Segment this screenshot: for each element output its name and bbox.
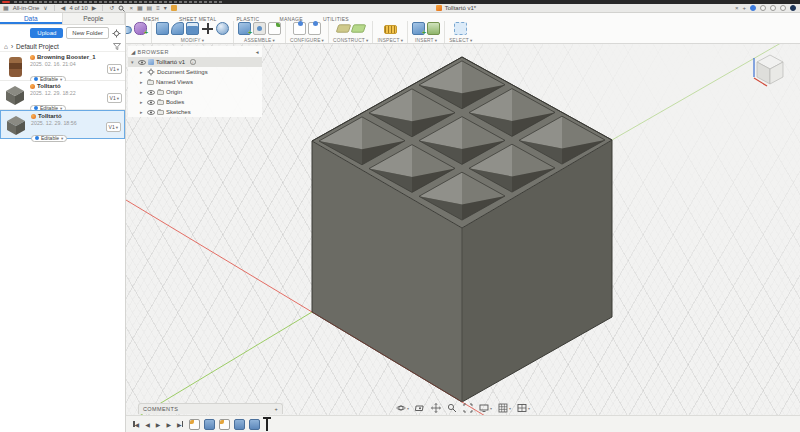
grid-view-icon[interactable]: ▦ — [137, 5, 143, 11]
configuration-table-icon[interactable] — [308, 22, 321, 35]
capture-tool-label[interactable]: All-in-One — [13, 5, 40, 11]
browser-node-document-settings[interactable]: ▸ Document Settings — [128, 67, 262, 77]
data-panel-tab-data[interactable]: Data — [0, 13, 63, 24]
visibility-eye-icon[interactable] — [138, 60, 146, 65]
timeline-step-back-button[interactable]: ◀ — [143, 421, 152, 428]
measure-icon[interactable] — [384, 25, 397, 34]
expand-icon[interactable]: ▸ — [140, 79, 145, 85]
group-select-label[interactable]: SELECT▾ — [449, 38, 472, 43]
zoom-tool[interactable] — [447, 403, 457, 413]
version-button[interactable]: V1▾ — [107, 64, 122, 74]
fit-tool[interactable] — [463, 403, 473, 413]
fillet-icon[interactable] — [171, 22, 184, 35]
comments-bar[interactable]: COMMENTS + — [138, 403, 283, 414]
joint-icon[interactable] — [253, 22, 266, 35]
group-modify-label[interactable]: MODIFY▾ — [181, 38, 204, 43]
group-configure-label[interactable]: CONFIGURE▾ — [290, 38, 324, 43]
info-icon[interactable]: i — [190, 59, 196, 65]
document-title[interactable]: Tolltartó v1* — [445, 5, 476, 11]
tab-close-icon[interactable]: × — [735, 5, 739, 11]
orbit-tool[interactable]: ▾ — [396, 403, 409, 413]
version-button[interactable]: V1▾ — [107, 93, 122, 103]
new-tab-icon[interactable]: + — [742, 5, 746, 11]
breadcrumb-project[interactable]: Default Project — [16, 43, 59, 50]
press-pull-icon[interactable] — [156, 22, 169, 35]
new-folder-button[interactable]: New Folder — [66, 27, 109, 39]
view-cube[interactable] — [748, 48, 792, 92]
timeline-step-forward-button[interactable]: ▶ — [164, 421, 173, 428]
project-item[interactable]: Browning Booster_1 2025. 02. 16. 21:04 E… — [0, 52, 125, 81]
upload-button[interactable]: Upload — [30, 28, 63, 38]
profile-avatar[interactable] — [790, 5, 796, 11]
viewports-settings[interactable]: ▾ — [517, 403, 530, 413]
data-panel-tab-people[interactable]: People — [63, 13, 126, 24]
expand-icon[interactable]: ▸ — [140, 109, 145, 115]
filter-icon[interactable] — [113, 43, 121, 50]
viewport[interactable]: ◢ BROWSER ◂ ▾ Tolltartó v1 i ▸ Document … — [126, 44, 800, 432]
browser-node-sketches[interactable]: ▸ Sketches — [128, 107, 262, 117]
canvas-icon[interactable] — [427, 22, 440, 35]
access-badge[interactable]: Editable▾ — [31, 135, 67, 142]
look-at-tool[interactable] — [415, 403, 425, 413]
shell-icon[interactable] — [186, 22, 199, 35]
timeline-play-button[interactable]: ▶ — [154, 421, 163, 428]
timeline-feature-sketch[interactable] — [219, 419, 230, 430]
page-prev-icon[interactable]: ◀ — [61, 5, 66, 11]
comments-expand-icon[interactable]: + — [274, 406, 278, 412]
visibility-eye-icon[interactable] — [147, 90, 155, 95]
group-inspect-label[interactable]: INSPECT▾ — [377, 38, 403, 43]
expand-icon[interactable]: ▸ — [140, 89, 145, 95]
help-icon[interactable] — [780, 5, 786, 11]
group-construct-label[interactable]: CONSTRUCT▾ — [333, 38, 368, 43]
browser-collapse-icon[interactable]: ◂ — [256, 49, 259, 55]
insert-derive-icon[interactable]: + — [412, 22, 425, 35]
timeline-feature-extrude[interactable] — [234, 419, 245, 430]
close-capture-icon[interactable]: × — [129, 5, 133, 11]
expand-icon[interactable]: ▸ — [140, 69, 145, 75]
caret-down-icon[interactable]: ▾ — [164, 5, 167, 11]
notifications-icon[interactable] — [770, 5, 776, 11]
browser-drag-icon[interactable]: ◢ — [131, 49, 136, 55]
visibility-eye-icon[interactable] — [147, 100, 155, 105]
home-icon[interactable]: ⌂ — [4, 43, 8, 50]
browser-node-origin[interactable]: ▸ Origin — [128, 87, 262, 97]
capture-grid-icon[interactable]: ▦ — [3, 5, 9, 11]
extensions-icon[interactable] — [760, 5, 766, 11]
layout-view-icon[interactable]: ▤ — [147, 5, 153, 11]
browser-node-named-views[interactable]: ▸ Named Views — [128, 77, 262, 87]
undo-icon[interactable]: ↺ — [109, 5, 114, 11]
job-status-icon[interactable] — [750, 5, 756, 11]
zoom-search-icon[interactable] — [118, 5, 125, 12]
rigid-group-icon[interactable] — [268, 22, 281, 35]
timeline-feature-extrude[interactable] — [204, 419, 215, 430]
create-form-icon[interactable]: + — [134, 22, 147, 35]
configure-icon[interactable] — [293, 22, 306, 35]
select-tool-icon[interactable] — [454, 22, 467, 35]
visibility-eye-icon[interactable] — [147, 110, 155, 115]
appearance-icon[interactable] — [216, 22, 229, 35]
browser-node-bodies[interactable]: ▸ Bodies — [128, 97, 262, 107]
list-view-icon[interactable]: ≡ — [156, 5, 160, 11]
timeline-feature-sketch[interactable] — [189, 419, 200, 430]
browser-root-node[interactable]: ▾ Tolltartó v1 i — [128, 57, 262, 67]
midplane-icon[interactable] — [350, 24, 366, 32]
timeline-position-marker[interactable] — [263, 417, 271, 432]
version-button[interactable]: V1▾ — [106, 122, 121, 132]
expand-icon[interactable]: ▾ — [131, 59, 136, 65]
group-assemble-label[interactable]: ASSEMBLE▾ — [244, 38, 275, 43]
root-node-label[interactable]: Tolltartó v1 — [156, 59, 185, 65]
project-item[interactable]: Tolltartó 2025. 12. 29. 18:22 Editable▾ … — [0, 81, 125, 110]
offset-plane-icon[interactable] — [335, 24, 351, 32]
capture-caret-icon[interactable]: ∨ — [43, 5, 47, 11]
move-copy-icon[interactable] — [201, 22, 214, 35]
new-component-icon[interactable]: + — [238, 22, 251, 35]
timeline-skip-end-button[interactable]: ▶ — [175, 421, 185, 428]
group-insert-label[interactable]: INSERT▾ — [415, 38, 437, 43]
timeline-skip-start-button[interactable]: ◀ — [131, 421, 141, 428]
page-next-icon[interactable]: ▶ — [92, 5, 97, 11]
timeline-feature-extrude[interactable] — [249, 419, 260, 430]
pan-tool[interactable] — [431, 403, 441, 413]
grid-settings[interactable]: ▾ — [498, 403, 511, 413]
expand-icon[interactable]: ▸ — [140, 99, 145, 105]
data-settings-gear-icon[interactable] — [112, 29, 121, 38]
